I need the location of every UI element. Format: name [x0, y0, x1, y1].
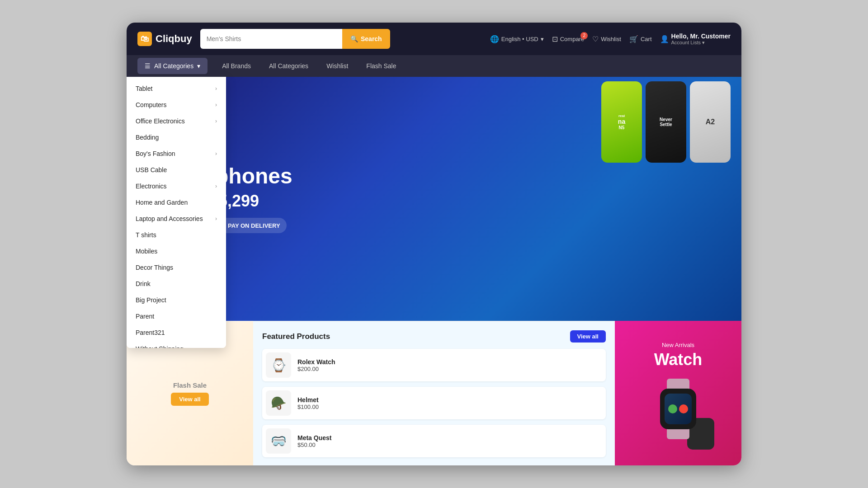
dropdown-item-big-project[interactable]: Big Project	[127, 292, 226, 308]
featured-view-all-button[interactable]: View all	[570, 330, 606, 343]
search-icon: 🔍	[350, 35, 358, 42]
account-lists: Account Lists ▾	[671, 40, 731, 46]
watch-green-button	[668, 404, 677, 413]
header: 🛍 Cliqbuy 🔍 Search 🌐 English • USD ▾ ⊡ C…	[127, 23, 741, 55]
new-arrivals-product: Watch	[654, 350, 703, 369]
dropdown-item-electronics[interactable]: Electronics›	[127, 178, 226, 194]
dropdown-item-mobiles[interactable]: Mobiles	[127, 243, 226, 259]
product-item[interactable]: 🪖 Helmet $100.00	[262, 387, 606, 419]
watch-screen	[665, 394, 692, 424]
logo-icon: 🛍	[137, 32, 152, 46]
watch-body	[660, 389, 696, 429]
watch-red-button	[679, 404, 688, 413]
sale-label: Flash Sale	[173, 381, 207, 389]
new-arrivals-label: New Arrivals	[662, 342, 694, 348]
sale-view-all-button[interactable]: View all	[171, 393, 208, 406]
product-list: ⌚ Rolex Watch $200.00 🪖 Helmet $100.00 🥽…	[262, 349, 606, 457]
dropdown-item-parent321[interactable]: Parent321	[127, 324, 226, 341]
heart-icon: ♡	[592, 35, 599, 43]
dropdown-item-bedding[interactable]: Bedding	[127, 129, 226, 145]
search-label: Search	[361, 35, 382, 42]
nav-link-flash-sale[interactable]: Flash Sale	[357, 55, 405, 77]
dropdown-item-without-shipping[interactable]: Without Shipping	[127, 341, 226, 348]
logo[interactable]: 🛍 Cliqbuy	[137, 32, 192, 46]
dropdown-item-laptop-and-accessories[interactable]: Laptop and Accessories›	[127, 211, 226, 227]
product-thumbnail: ⌚	[266, 352, 291, 378]
nav-link-all-categories[interactable]: All Categories	[260, 55, 317, 77]
phone-a2: A2	[690, 81, 731, 163]
navbar: ☰ All Categories ▾ All Brands All Catego…	[127, 55, 741, 77]
nav-link-all-brands[interactable]: All Brands	[213, 55, 260, 77]
dropdown-item-label: Tablet	[136, 85, 152, 92]
dropdown-item-computers[interactable]: Computers›	[127, 97, 226, 113]
dropdown-item-tablet[interactable]: Tablet›	[127, 80, 226, 97]
language-selector[interactable]: 🌐 English • USD ▾	[490, 35, 544, 43]
new-arrivals-card: New Arrivals Watch	[615, 321, 741, 465]
product-item[interactable]: ⌚ Rolex Watch $200.00	[262, 349, 606, 381]
dropdown-item-boy's-fashion[interactable]: Boy's Fashion›	[127, 145, 226, 162]
watch-image	[637, 373, 719, 445]
product-price: $100.00	[297, 404, 319, 410]
nav-links: All Brands All Categories Wishlist Flash…	[213, 55, 405, 77]
search-input[interactable]	[200, 29, 342, 49]
compare-icon: ⊡	[552, 35, 558, 43]
phone-realme-n5: real na N5	[601, 81, 642, 163]
all-categories-button[interactable]: ☰ All Categories ▾	[137, 58, 208, 74]
dropdown-item-label: Parent321	[136, 329, 165, 336]
product-info: Rolex Watch $200.00	[297, 358, 335, 372]
dropdown-item-label: Office Electronics	[136, 117, 185, 125]
dropdown-item-label: Home and Garden	[136, 199, 188, 206]
dropdown-item-label: Laptop and Accessories	[136, 215, 203, 222]
compare-action[interactable]: ⊡ Compare 2	[552, 35, 584, 43]
dropdown-item-label: Drink	[136, 280, 151, 287]
dropdown-item-decor-things[interactable]: Decor Things	[127, 259, 226, 276]
search-bar: 🔍 Search	[200, 29, 390, 49]
dropdown-item-label: Bedding	[136, 134, 159, 141]
search-button[interactable]: 🔍 Search	[342, 29, 390, 49]
product-info: Helmet $100.00	[297, 396, 319, 410]
chevron-right-icon: ›	[215, 118, 217, 124]
dropdown-item-label: Parent	[136, 313, 154, 320]
dropdown-item-label: Decor Things	[136, 264, 173, 271]
dropdown-item-label: Boy's Fashion	[136, 150, 175, 157]
chevron-right-icon: ›	[215, 150, 217, 157]
dropdown-item-label: Computers	[136, 101, 166, 108]
all-categories-label: All Categories	[154, 62, 193, 70]
dropdown-item-parent[interactable]: Parent	[127, 308, 226, 324]
phones-display: real na N5 Never Settle A2	[599, 81, 732, 163]
dropdown-item-label: T shirts	[136, 231, 156, 239]
cart-label: Cart	[641, 36, 652, 42]
product-item[interactable]: 🥽 Meta Quest $50.00	[262, 425, 606, 457]
product-thumbnail: 🪖	[266, 390, 291, 416]
product-name: Helmet	[297, 396, 319, 404]
user-account[interactable]: 👤 Hello, Mr. Customer Account Lists ▾	[660, 33, 731, 46]
dropdown-item-label: Electronics	[136, 183, 166, 190]
product-price: $50.00	[297, 441, 331, 448]
dropdown-item-label: Without Shipping	[136, 345, 184, 348]
product-thumbnail: 🥽	[266, 428, 291, 454]
dropdown-item-label: Big Project	[136, 296, 166, 304]
chevron-right-icon: ›	[215, 216, 217, 222]
product-info: Meta Quest $50.00	[297, 434, 331, 448]
wishlist-action[interactable]: ♡ Wishlist	[592, 35, 621, 43]
dropdown-item-label: Mobiles	[136, 248, 157, 255]
globe-icon: 🌐	[490, 35, 499, 43]
user-greeting: Hello, Mr. Customer	[671, 33, 731, 40]
dropdown-item-usb-cable[interactable]: USB Cable	[127, 162, 226, 178]
menu-icon: ☰	[145, 62, 151, 70]
dropdown-item-drink[interactable]: Drink	[127, 276, 226, 292]
nav-link-wishlist[interactable]: Wishlist	[317, 55, 357, 77]
cart-action[interactable]: 🛒 Cart	[629, 35, 652, 43]
cart-icon: 🛒	[629, 35, 638, 43]
dropdown-item-t-shirts[interactable]: T shirts	[127, 227, 226, 243]
product-name: Rolex Watch	[297, 358, 335, 366]
categories-dropdown: Tablet›Computers›Office Electronics›Bedd…	[127, 77, 226, 348]
chevron-right-icon: ›	[215, 85, 217, 92]
dropdown-item-home-and-garden[interactable]: Home and Garden	[127, 194, 226, 211]
header-actions: 🌐 English • USD ▾ ⊡ Compare 2 ♡ Wishlist…	[490, 33, 731, 46]
hero-badge-text: PAY ON DELIVERY	[228, 222, 280, 229]
dropdown-item-office-electronics[interactable]: Office Electronics›	[127, 113, 226, 129]
wishlist-label: Wishlist	[601, 36, 621, 42]
compare-badge: 2	[580, 32, 588, 39]
language-text: English • USD	[501, 36, 538, 42]
